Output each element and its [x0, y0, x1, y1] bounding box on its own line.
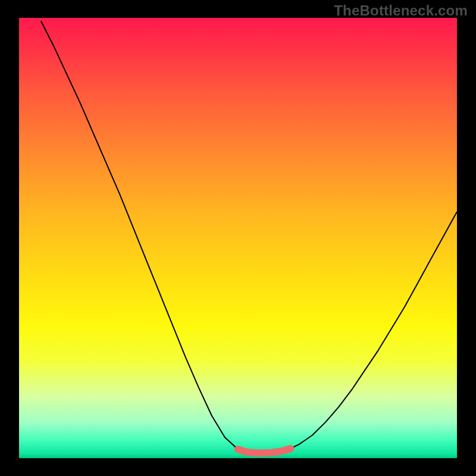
- watermark-text: TheBottleneck.com: [334, 2, 468, 19]
- bottleneck-curve: [41, 21, 457, 453]
- bottleneck-highlight: [238, 449, 290, 453]
- chart-frame: TheBottleneck.com: [0, 0, 476, 476]
- curve-layer: [19, 18, 457, 458]
- plot-area: [19, 18, 457, 458]
